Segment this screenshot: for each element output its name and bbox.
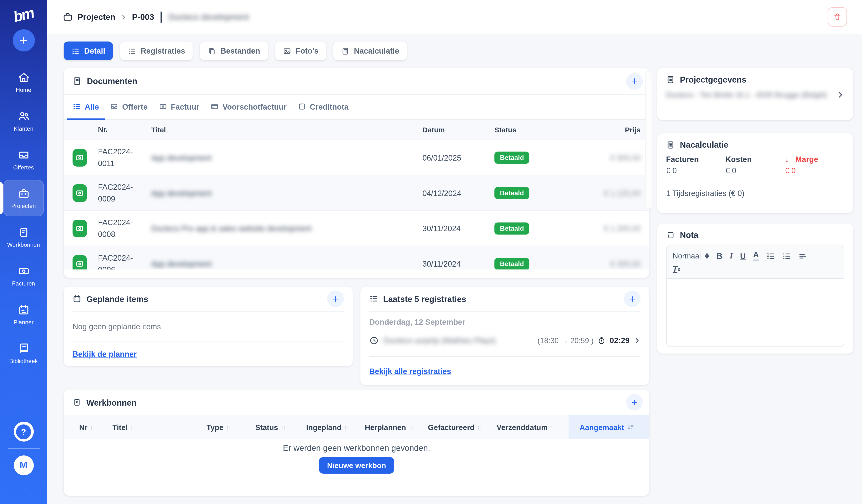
sort-icon: ↑↓ <box>409 424 413 430</box>
breadcrumb-section[interactable]: Projecten <box>78 12 115 22</box>
sidebar-add-button[interactable]: + <box>12 29 35 51</box>
doc-date: 30/11/2024 <box>422 224 495 233</box>
doc-date: 06/01/2025 <box>422 153 495 162</box>
bullet-list-button[interactable] <box>782 252 791 260</box>
all-registrations-link[interactable]: Bekijk alle registraties <box>369 367 451 375</box>
card-title: Geplande items <box>87 294 148 303</box>
add-werkbon-button[interactable]: + <box>626 394 643 410</box>
credit-card-icon <box>210 103 219 111</box>
sidebar-item-facturen[interactable]: Facturen <box>3 257 44 294</box>
chevron-right-icon <box>633 337 640 344</box>
tab-registraties[interactable]: Registraties <box>120 41 193 60</box>
col-sort-status[interactable]: Status↑↓ <box>255 415 306 439</box>
align-button[interactable] <box>798 252 807 260</box>
col-sort-herplannen[interactable]: Herplannen↑↓ <box>365 415 428 439</box>
sidebar-item-home[interactable]: Home <box>3 64 44 100</box>
sidebar-item-planner[interactable]: Planner <box>3 296 44 333</box>
projectgegevens-title-row: Projectgegevens <box>666 75 845 84</box>
add-document-button[interactable]: + <box>626 73 643 89</box>
table-row[interactable]: FAC2024-0006 App development 30/11/2024 … <box>64 246 649 269</box>
documenten-card: Documenten + Alle Offerte <box>64 68 649 278</box>
tab-fotos[interactable]: Foto's <box>275 41 326 60</box>
sidebar-item-label: Planner <box>13 319 34 325</box>
sidebar-item-klanten[interactable]: Klanten <box>3 103 44 139</box>
doc-tab-label: Alle <box>85 102 99 111</box>
doc-tab-offerte[interactable]: Offerte <box>104 94 153 120</box>
doc-tab-label: Offerte <box>122 102 147 111</box>
add-registration-button[interactable]: + <box>624 291 640 307</box>
doc-title-blurred: Ducteco Pro app & sales website developm… <box>151 224 422 233</box>
topbar: Projecten P-003 Ducteco development <box>47 0 862 34</box>
nacalculatie-title-row: Nacalculatie <box>666 140 845 149</box>
doc-title-blurred: App development <box>151 259 422 268</box>
table-row[interactable]: FAC2024-0011 App development 06/01/2025 … <box>64 140 649 175</box>
new-werkbon-button[interactable]: Nieuwe werkbon <box>319 457 394 474</box>
list-icon <box>369 294 378 303</box>
sort-icon: ↑↓ <box>550 424 555 430</box>
app-stage: bm + Home Klanten Offertes Projecten <box>0 0 862 504</box>
nota-textarea[interactable] <box>667 279 844 346</box>
registration-row[interactable]: Ducteco uurprijs (Mathieu Plays) (18:30 … <box>369 328 640 353</box>
arrow-down-icon: ↓ <box>785 155 789 164</box>
documenten-tabs: Alle Offerte Factuur <box>64 94 649 120</box>
doc-tab-factuur[interactable]: Factuur <box>153 94 205 120</box>
col-sort-type[interactable]: Type↑↓ <box>206 415 255 439</box>
clipboard-icon <box>666 75 675 84</box>
planner-link[interactable]: Bekijk de planner <box>73 349 137 358</box>
doc-tab-alle[interactable]: Alle <box>67 94 105 120</box>
project-name-blurred: Ducteco development <box>169 12 249 22</box>
doc-tab-voorschotfactuur[interactable]: Voorschotfactuur <box>205 94 292 120</box>
ordered-list-button[interactable] <box>766 252 775 260</box>
registration-name-blurred: Ducteco uurprijs (Mathieu Plays) <box>383 336 496 345</box>
style-select[interactable]: Normaal <box>672 252 709 260</box>
werkbonnen-table-header: Nr↑↓ Titel↑↓ Type↑↓ Status↑↓ Ingepland↑↓… <box>64 415 649 439</box>
doc-tab-label: Voorschotfactuur <box>222 102 286 111</box>
sidebar-item-werkbonnen[interactable]: Werkbonnen <box>3 218 44 255</box>
bold-button[interactable]: B <box>716 251 722 261</box>
sidebar-item-bibliotheek[interactable]: Bibliotheek <box>3 335 44 371</box>
calendar-icon <box>17 303 30 316</box>
table-row[interactable]: FAC2024-0009 App development 04/12/2024 … <box>64 175 649 210</box>
inbox-icon <box>17 149 30 161</box>
col-status: Status <box>495 125 583 134</box>
chevron-right-icon <box>836 91 844 99</box>
clear-formatting-button[interactable]: Tx <box>672 264 680 273</box>
geplande-title-row: Geplande items <box>73 294 148 303</box>
col-prijs: Prijs <box>583 125 649 134</box>
underline-button[interactable]: U <box>740 252 746 260</box>
tab-nacalculatie[interactable]: Nacalculatie <box>334 41 407 60</box>
avatar[interactable]: M <box>14 455 34 475</box>
editor-toolbar: Normaal B I U A <box>667 245 844 279</box>
text-color-button[interactable]: A <box>753 251 759 261</box>
doc-tab-label: Factuur <box>171 102 199 111</box>
doc-tab-creditnota[interactable]: Creditnota <box>292 94 354 120</box>
col-sort-gefactureerd[interactable]: Gefactureerd↑↓ <box>428 415 497 439</box>
table-row[interactable]: FAC2024-0008 Ducteco Pro app & sales web… <box>64 210 649 246</box>
sidebar-item-projecten[interactable]: Projecten <box>3 180 44 216</box>
project-address-blurred: Ducteco - Ten Briele 16.1 - 8200 Brugge … <box>666 91 827 99</box>
users-icon <box>17 110 30 122</box>
calendar-icon <box>73 294 81 303</box>
italic-button[interactable]: I <box>730 251 733 261</box>
delete-project-button[interactable] <box>828 7 847 27</box>
note-icon <box>298 103 306 111</box>
work-order-icon <box>17 226 30 238</box>
page-tabs: Detail Registraties Bestanden Foto's Nac… <box>64 41 853 60</box>
tab-bestanden[interactable]: Bestanden <box>200 41 268 60</box>
sidebar-item-offertes[interactable]: Offertes <box>3 141 44 178</box>
col-sort-verzenddatum[interactable]: Verzenddatum↑↓ <box>497 415 569 439</box>
tab-detail[interactable]: Detail <box>64 41 113 60</box>
status-badge: Betaald <box>495 257 530 269</box>
add-planned-item-button[interactable]: + <box>327 291 344 307</box>
col-sort-titel[interactable]: Titel↑↓ <box>112 415 206 439</box>
col-sort-nr[interactable]: Nr↑↓ <box>79 415 113 439</box>
active-indicator <box>0 182 3 214</box>
col-sort-ingepland[interactable]: Ingepland↑↓ <box>306 415 365 439</box>
page-content: Detail Registraties Bestanden Foto's Nac… <box>47 34 862 504</box>
col-titel: Titel <box>151 125 422 134</box>
project-address-row[interactable]: Ducteco - Ten Briele 16.1 - 8200 Brugge … <box>666 91 845 99</box>
col-sort-aangemaakt[interactable]: Aangemaakt <box>569 415 650 439</box>
sidebar: bm + Home Klanten Offertes Projecten <box>0 0 47 504</box>
help-button[interactable]: ? <box>14 422 34 441</box>
scrollbar-thumb[interactable] <box>645 71 652 209</box>
